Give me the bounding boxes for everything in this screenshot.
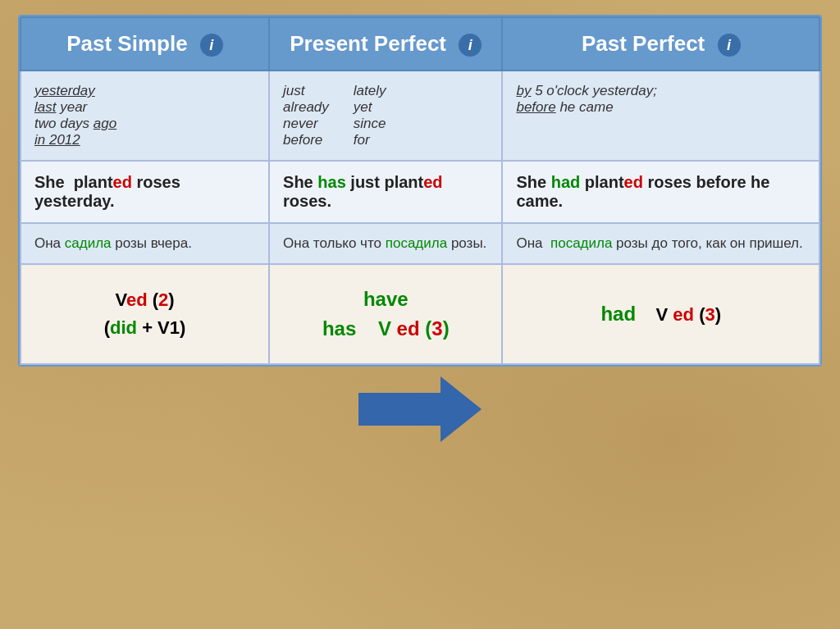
formula-col1-ed: ed <box>126 289 148 310</box>
time-col2: just already never before lately yet sin… <box>269 71 502 161</box>
time-col1-in2012: in 2012 <box>34 132 255 148</box>
col1-info-icon[interactable]: i <box>200 34 223 57</box>
russian-col2-verb: посадила <box>386 235 447 251</box>
col3-title: Past Perfect <box>582 31 705 56</box>
time-col3-line2: before he came <box>516 99 806 116</box>
formula-col2-num: 3 <box>431 317 442 340</box>
formula-col1-line1: Ved (2) <box>31 289 258 311</box>
sentence-row: She planted roses yesterday. She has jus… <box>21 161 819 223</box>
formula-col1-sub1: 1 <box>170 317 180 338</box>
russian-col3-verb: посадила <box>550 235 612 251</box>
time-col3: by 5 o'clock yesterday; before he came <box>502 71 819 161</box>
time-col1-lastyear: last year <box>34 99 255 116</box>
formula-col3-ed: ed <box>673 304 694 325</box>
sentence-col1-ed: ed <box>113 173 132 191</box>
formula-col1: Ved (2) (did + V1) <box>21 264 269 364</box>
time-col2-left: just already never before <box>283 83 329 148</box>
col3-info-icon[interactable]: i <box>718 34 741 57</box>
sentence-col3-had: had <box>551 173 581 191</box>
main-table: Past Simple i Present Perfect i Past Per… <box>18 15 822 367</box>
russian-col1: Она садила розы вчера. <box>21 223 269 264</box>
time-col2-before: before <box>283 132 329 148</box>
russian-col1-verb: садила <box>65 235 112 251</box>
arrow-container <box>358 376 482 442</box>
time-col2-just: just <box>283 83 329 99</box>
col2-title: Present Perfect <box>290 31 446 56</box>
time-col1-twodays: two days ago <box>34 116 255 132</box>
time-col2-right: lately yet since for <box>354 83 386 148</box>
time-col2-never: never <box>283 116 329 132</box>
col1-title: Past Simple <box>66 31 187 56</box>
formula-col2-ed: ed <box>397 317 420 340</box>
time-col2-lately: lately <box>354 83 386 99</box>
arrow-head <box>441 376 482 442</box>
col2-header: Present Perfect i <box>269 17 502 71</box>
formula-col2-have: have <box>280 288 491 311</box>
russian-row: Она садила розы вчера. Она только что по… <box>21 223 819 264</box>
sentence-col2: She has just planted roses. <box>269 161 502 223</box>
formula-col1-num: 2 <box>158 289 168 310</box>
formula-col3: had V ed (3) <box>502 264 819 364</box>
sentence-col3: She had planted roses before he came. <box>502 161 819 223</box>
time-col2-content: just already never before lately yet sin… <box>283 83 488 148</box>
time-col2-already: already <box>283 99 329 116</box>
time-col3-line1: by 5 o'clock yesterday; <box>516 83 806 99</box>
formula-col2-has-v: has V ed (3) <box>280 317 491 340</box>
arrow-body <box>358 393 441 426</box>
time-col2-yet: yet <box>354 99 386 116</box>
russian-col3: Она посадила розы до того, как он пришел… <box>502 223 819 264</box>
sentence-col2-ed: ed <box>423 173 442 191</box>
col1-header: Past Simple i <box>21 17 269 71</box>
formula-col3-had: had <box>600 303 636 325</box>
sentence-col3-ed: ed <box>624 173 643 191</box>
sentence-col1: She planted roses yesterday. <box>21 161 269 223</box>
time-col2-for: for <box>354 132 386 148</box>
formula-col1-line2: (did + V1) <box>31 317 258 339</box>
russian-col2: Она только что посадила розы. <box>269 223 502 264</box>
formula-col2: have has V ed (3) <box>269 264 502 364</box>
time-col2-since: since <box>354 116 386 132</box>
time-col1-yesterday: yesterday <box>34 83 255 99</box>
formula-row: Ved (2) (did + V1) have has V ed (3) had <box>21 264 819 364</box>
formula-col3-num: 3 <box>705 304 714 325</box>
col3-header: Past Perfect i <box>502 17 819 71</box>
formula-col1-did: did <box>110 317 137 338</box>
time-col1: yesterday last year two days ago in 2012 <box>21 71 269 161</box>
sentence-col2-has: has <box>317 173 345 191</box>
time-expressions-row: yesterday last year two days ago in 2012… <box>21 71 819 161</box>
header-row: Past Simple i Present Perfect i Past Per… <box>21 17 819 71</box>
right-arrow <box>358 376 482 442</box>
col2-info-icon[interactable]: i <box>459 34 482 57</box>
